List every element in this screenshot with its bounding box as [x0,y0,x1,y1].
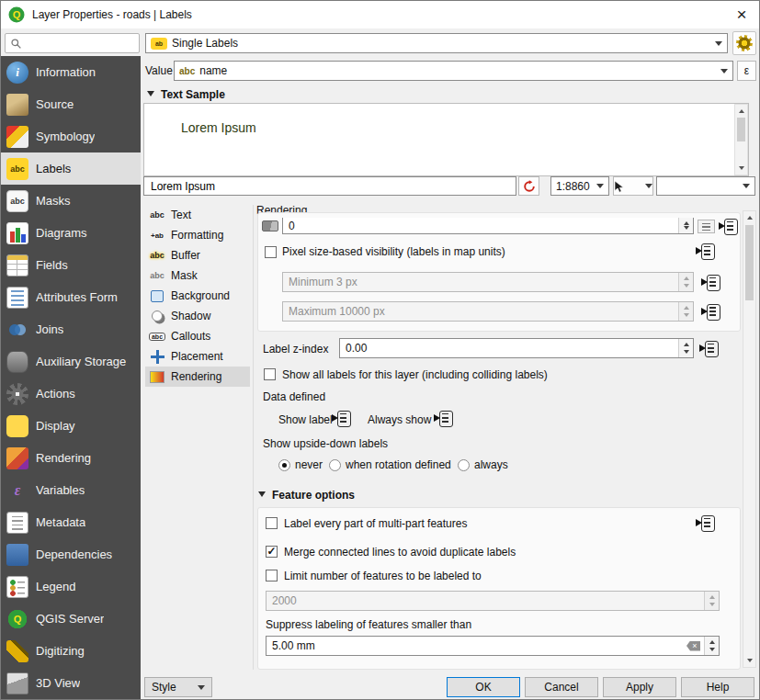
scroll-up-icon[interactable] [744,211,754,224]
radio-when-rotation-defined[interactable] [329,459,341,471]
sidebar-item-3d-view[interactable]: 3D View [1,667,141,699]
tab-mask[interactable]: Mask [145,265,250,286]
minimum-scale-spinbox[interactable]: 0 [282,218,694,234]
spinner-buttons[interactable] [678,218,693,233]
sidebar-item-auxiliary-storage[interactable]: Auxiliary Storage [1,345,141,378]
help-button[interactable]: Help [681,677,754,697]
radio-when-rotation-label: when rotation defined [346,457,451,472]
tab-formatting[interactable]: Formatting [145,225,250,245]
sidebar-item-variables[interactable]: Variables [1,474,141,506]
sidebar-item-labels[interactable]: Labels [1,152,141,185]
help-button-label: Help [707,681,730,694]
search-input[interactable] [26,36,134,51]
sidebar-item-attributes-form[interactable]: Attributes Form [1,281,141,313]
sidebar-item-joins[interactable]: Joins [1,313,141,345]
preview-scrollbar[interactable] [734,104,748,175]
text-sample-preview: Lorem Ipsum [143,103,749,176]
data-defined-override-button[interactable] [696,514,714,532]
spinner-buttons[interactable] [704,592,719,610]
tab-text[interactable]: Text [145,205,250,225]
merge-lines-checkbox[interactable] [266,546,278,558]
spinner-buttons[interactable] [678,273,693,291]
sidebar-item-digitizing[interactable]: Digitizing [1,635,141,667]
buffer-tab-icon [149,248,165,263]
data-defined-override-button[interactable] [332,409,350,427]
preview-background-combobox[interactable] [656,176,755,196]
data-defined-override-button[interactable] [701,273,720,291]
limit-features-checkbox[interactable] [266,570,278,581]
sidebar-item-information[interactable]: Information [1,56,141,88]
apply-button[interactable]: Apply [603,677,676,697]
clear-icon[interactable] [686,641,700,651]
sidebar-item-dependencies[interactable]: Dependencies [1,538,141,570]
placement-tab-icon [149,349,165,364]
limit-features-spinbox[interactable]: 2000 [266,591,720,611]
scroll-down-icon[interactable] [736,162,746,175]
value-expression-combobox[interactable]: name [174,61,733,81]
style-button[interactable]: Style [144,677,212,697]
show-all-labels-checkbox[interactable] [264,368,276,380]
maximum-px-spinbox[interactable]: Maximum 10000 px [282,301,694,322]
radio-never[interactable] [278,459,290,471]
tab-rendering[interactable]: Rendering [145,367,250,387]
sidebar-item-legend[interactable]: Legend [1,570,141,603]
radio-always[interactable] [458,459,470,471]
set-scale-button[interactable] [698,220,715,233]
sidebar-item-rendering[interactable]: Rendering [1,442,141,474]
scrollbar-thumb[interactable] [737,118,745,141]
scroll-down-icon[interactable] [744,654,754,667]
cancel-button[interactable]: Cancel [525,677,598,697]
data-defined-override-button[interactable] [719,217,737,235]
sidebar-item-metadata[interactable]: Metadata [1,506,141,538]
dropdown-arrow-icon [198,685,205,690]
data-defined-override-button[interactable] [434,409,452,427]
tab-placement[interactable]: Placement [145,346,250,367]
tab-callouts[interactable]: Callouts [145,326,250,346]
sidebar-item-label: Actions [36,387,75,401]
zindex-spinbox[interactable]: 0.00 [339,338,694,358]
data-defined-override-button[interactable] [699,339,718,357]
sidebar-item-qgis-server[interactable]: QGIS Server [1,603,141,635]
value-label: Value [145,63,173,78]
spinner-buttons[interactable] [678,339,693,357]
ok-button[interactable]: OK [447,677,520,697]
sidebar-item-actions[interactable]: Actions [1,378,141,410]
sidebar-item-source[interactable]: Source [1,88,141,120]
automated-placement-button[interactable] [732,31,756,55]
collapse-triangle-icon[interactable] [258,491,266,497]
tab-background[interactable]: Background [145,286,250,306]
data-defined-override-button[interactable] [701,302,720,321]
map-scale-picker-button[interactable] [613,176,653,196]
scroll-up-icon[interactable] [736,105,746,118]
collapse-triangle-icon[interactable] [147,91,154,96]
close-button[interactable] [726,1,757,28]
label-every-part-checkbox[interactable] [266,517,278,529]
sample-scale-combobox[interactable]: 1:8860 [550,176,609,196]
display-icon [6,415,28,437]
sample-text-input[interactable] [149,179,511,194]
expression-builder-button[interactable]: ε [737,61,756,81]
reset-sample-button[interactable] [518,176,539,196]
tab-shadow[interactable]: Shadow [145,306,250,326]
data-defined-override-button[interactable] [696,242,714,260]
sidebar-item-label: Dependencies [36,548,112,561]
scrollbar-thumb[interactable] [745,225,754,300]
suppress-size-spinbox[interactable]: 5.00 mm [266,636,720,656]
tab-buffer[interactable]: Buffer [145,245,250,265]
sidebar-item-label: Rendering [36,451,91,465]
label-mode-combobox[interactable]: Single Labels [145,33,728,53]
spinner-buttons[interactable] [678,302,693,321]
sidebar-item-masks[interactable]: Masks [1,185,141,217]
panel-scrollbar[interactable] [743,210,756,668]
sidebar-item-symbology[interactable]: Symbology [1,120,141,152]
sidebar-item-display[interactable]: Display [1,410,141,442]
minimum-px-spinbox[interactable]: Minimum 3 px [282,272,694,292]
sidebar-item-fields[interactable]: Fields [1,249,141,281]
sidebar-item-label: Symbology [36,130,95,143]
spinner-buttons[interactable] [704,637,719,655]
panel-divider [253,205,254,670]
suppress-label: Suppress labeling of features smaller th… [266,617,471,632]
pixel-visibility-checkbox[interactable] [265,246,277,258]
sidebar-item-diagrams[interactable]: Diagrams [1,217,141,249]
auxiliary-storage-icon [6,351,28,373]
